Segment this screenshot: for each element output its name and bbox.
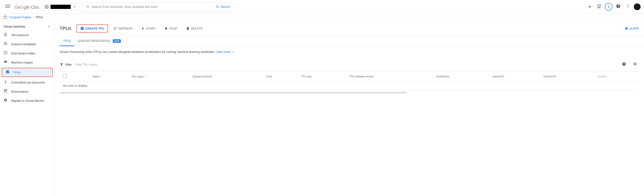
vm-instances-icon — [4, 32, 8, 37]
table-header-row: Status TPU name ↑ Queued resource Zone — [60, 72, 639, 81]
table-col-zone: Zone — [262, 72, 298, 81]
notifications-button[interactable]: 3 — [605, 3, 612, 11]
learn-icon — [624, 27, 628, 30]
sidebar-item-label: Sole-tenant nodes — [11, 52, 35, 55]
create-tpu-button[interactable]: CREATE TPU — [76, 24, 108, 32]
search-button[interactable]: Search — [214, 4, 232, 9]
more-options-button[interactable] — [624, 2, 632, 11]
table-col-checkbox — [60, 72, 89, 81]
sidebar-section-virtual-machines[interactable]: Virtual machines — [0, 23, 54, 30]
topbar: Google Cloud ████████ Search — [0, 0, 644, 13]
sidebar: Virtual machines VM instances Instance t… — [0, 21, 54, 196]
tab-tpus[interactable]: TPUS — [60, 36, 74, 46]
table-col-status: Status — [89, 72, 128, 81]
search-input[interactable] — [92, 5, 212, 8]
page-title: TPUs — [60, 26, 71, 31]
sidebar-item-machine-images[interactable]: Machine images — [0, 58, 52, 67]
sidebar-item-label: Reservations — [11, 90, 28, 93]
sidebar-item-label: Instance templates — [11, 42, 36, 46]
tpu-create-icon — [80, 26, 84, 30]
sidebar-item-reservations[interactable]: Reservations — [0, 87, 52, 96]
learn-button[interactable]: LEARN — [624, 27, 639, 30]
new-badge: NEW — [113, 39, 121, 43]
terminal-button[interactable] — [595, 2, 603, 11]
filter-placeholder[interactable]: Filter TPU nodes — [75, 63, 98, 66]
sidebar-item-label: Committed-use discounts — [11, 81, 45, 84]
learn-more-link[interactable]: Learn more — [216, 50, 234, 54]
filter-icon — [60, 63, 64, 66]
table-col-queued-resource: Queued resource — [189, 72, 262, 81]
sidebar-item-label: Migrate to Virtual Machin… — [11, 99, 47, 102]
breadcrumb: Compute Engine / TPUs — [0, 13, 644, 21]
start-icon — [141, 26, 145, 30]
committed-use-icon — [4, 80, 8, 85]
stop-button[interactable]: STOP — [161, 25, 181, 32]
stop-label: STOP — [169, 27, 178, 30]
sidebar-section-label: Virtual machines — [4, 25, 25, 28]
main-layout: Virtual machines VM instances Instance t… — [0, 21, 644, 196]
search-button-icon — [216, 5, 219, 9]
sidebar-item-migrate[interactable]: Migrate to Virtual Machin… — [0, 96, 52, 105]
start-button[interactable]: START — [138, 25, 159, 32]
sidebar-item-vm-instances[interactable]: VM instances — [0, 30, 52, 39]
svg-rect-2 — [5, 7, 10, 8]
search-icon — [86, 5, 90, 9]
search-bar[interactable]: Search — [82, 2, 235, 11]
breadcrumb-current: TPUs — [35, 15, 43, 19]
refresh-button[interactable]: REFRESH — [110, 25, 136, 32]
refresh-label: REFRESH — [118, 27, 132, 30]
avatar[interactable] — [634, 3, 640, 10]
svg-rect-0 — [5, 5, 10, 5]
sidebar-item-tpus[interactable]: TPUs — [2, 68, 52, 77]
project-selector[interactable]: ████████ — [42, 3, 80, 10]
breadcrumb-separator: / — [33, 15, 34, 19]
table-empty-row: No rows to display — [60, 81, 639, 90]
gemini-button[interactable]: ✦ — [586, 2, 593, 11]
google-cloud-logo: Google Cloud — [14, 3, 39, 11]
help-button[interactable] — [614, 2, 622, 11]
tabs-bar: TPUS QUEUED RESOURCES NEW — [54, 36, 644, 46]
topbar-actions: ✦ 3 — [586, 2, 640, 11]
tpus-icon — [6, 70, 10, 75]
delete-label: DELETE — [191, 27, 202, 30]
tab-queued-resources[interactable]: QUEUED RESOURCES NEW — [74, 36, 124, 46]
content-area: TPUs CREATE TPU REFRESH START — [54, 21, 644, 196]
filter-bar: Filter Filter TPU nodes — [60, 58, 639, 72]
columns-button[interactable] — [631, 60, 639, 69]
sidebar-item-instance-templates[interactable]: Instance templates — [0, 39, 52, 49]
table-help-button[interactable] — [620, 60, 628, 69]
description-area: Tensor Processing Units (TPUs) are custo… — [54, 46, 644, 58]
project-name: ████████ — [50, 5, 71, 9]
start-label: START — [146, 27, 156, 30]
stop-icon — [164, 26, 168, 30]
reservations-icon — [4, 89, 8, 94]
sidebar-item-sole-tenant-nodes[interactable]: Sole-tenant nodes — [0, 49, 52, 58]
menu-button[interactable] — [4, 2, 12, 11]
select-all-checkbox[interactable] — [63, 74, 67, 78]
sidebar-item-committed-use-discounts[interactable]: Committed-use discounts — [0, 78, 52, 87]
delete-icon — [186, 26, 190, 30]
migrate-icon — [4, 98, 8, 103]
table-scrollbar[interactable] — [60, 92, 407, 94]
table-col-tpu-software-version: TPU software version — [346, 72, 432, 81]
breadcrumb-parent[interactable]: Compute Engine — [9, 15, 31, 19]
table-area: Filter Filter TPU nodes — [54, 58, 644, 95]
table-col-connect: Connect — [594, 72, 639, 81]
sidebar-item-label: Machine images — [11, 61, 33, 64]
svg-rect-1 — [5, 6, 10, 6]
content-header: TPUs CREATE TPU REFRESH START — [54, 21, 644, 36]
table-col-internal-ip: Internal IP — [489, 72, 540, 81]
delete-button[interactable]: DELETE — [182, 25, 206, 32]
refresh-icon — [113, 26, 117, 30]
tpu-table: Status TPU name ↑ Queued resource Zone — [60, 72, 639, 90]
sort-icon: ↑ — [145, 75, 147, 78]
no-rows-message: No rows to display — [63, 81, 87, 91]
table-col-tpu-type: TPU type — [298, 72, 346, 81]
sidebar-item-label: VM instances — [11, 33, 29, 37]
notifications-container: 3 — [605, 3, 612, 11]
compute-engine-icon — [4, 15, 7, 19]
table-col-tpu-name[interactable]: TPU name ↑ — [128, 72, 189, 81]
sole-tenant-icon — [4, 51, 8, 56]
machine-images-icon — [4, 60, 8, 65]
sidebar-item-label: TPUs — [13, 71, 21, 74]
